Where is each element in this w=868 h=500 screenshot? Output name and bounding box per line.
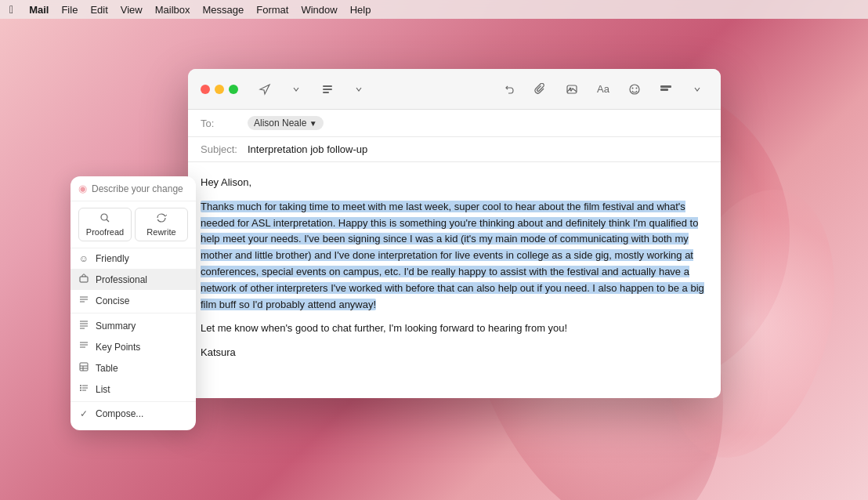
- table-label: Table: [96, 363, 118, 374]
- svg-rect-2: [323, 92, 329, 93]
- key-points-icon: [78, 341, 89, 353]
- professional-label: Professional: [96, 274, 147, 285]
- proofread-label: Proofread: [86, 227, 124, 237]
- summary-icon: [78, 320, 89, 332]
- table-icon: [78, 362, 89, 374]
- divider-2: [71, 401, 196, 402]
- ai-search-icon: ◉: [78, 183, 87, 194]
- ai-menu-key-points[interactable]: Key Points: [71, 336, 196, 357]
- professional-icon: [78, 274, 89, 285]
- greeting: Hey Alison,: [201, 175, 708, 191]
- to-label: To:: [201, 118, 248, 129]
- proofread-icon: [99, 212, 110, 226]
- svg-point-26: [80, 385, 81, 386]
- undo-icon[interactable]: [498, 78, 520, 100]
- compose-label: Compose...: [96, 408, 143, 419]
- ai-menu-summary[interactable]: Summary: [71, 315, 196, 336]
- svg-point-6: [632, 87, 634, 89]
- recipient-dropdown-icon[interactable]: ▼: [309, 119, 317, 128]
- mail-body[interactable]: Hey Alison, Thanks much for taking time …: [188, 162, 721, 398]
- key-points-label: Key Points: [96, 342, 140, 353]
- menubar-format[interactable]: Format: [256, 4, 288, 16]
- subject-field: Subject: Interpretation job follow-up: [188, 137, 721, 162]
- close-button[interactable]: [201, 85, 210, 94]
- layout-dropdown-icon[interactable]: [348, 78, 370, 100]
- ai-writing-popup: ◉ Proofread: [71, 176, 196, 430]
- ai-action-buttons: Proofread Rewrite: [71, 201, 196, 248]
- traffic-lights: [201, 85, 238, 94]
- font-icon[interactable]: Aa: [592, 78, 614, 100]
- selected-text: Thanks much for taking time to meet with…: [201, 201, 704, 310]
- rewrite-icon: [156, 212, 167, 226]
- subject-label: Subject:: [201, 143, 248, 155]
- body-paragraph-2: Let me know when's good to chat further,…: [201, 321, 708, 337]
- summary-label: Summary: [96, 321, 136, 332]
- signature: Katsura: [201, 345, 708, 361]
- compose-checkmark-icon: ✓: [78, 408, 89, 419]
- more-icon[interactable]: [655, 78, 677, 100]
- ai-menu-concise[interactable]: Concise: [71, 290, 196, 311]
- ai-menu-compose[interactable]: ✓ Compose...: [71, 404, 196, 424]
- menubar-mail[interactable]: Mail: [29, 4, 49, 16]
- rewrite-button[interactable]: Rewrite: [135, 208, 188, 241]
- recipient-name: Alison Neale: [254, 118, 306, 129]
- svg-point-10: [101, 214, 107, 220]
- compose-area: To: Alison Neale ▼ Subject: Interpretati…: [188, 110, 721, 162]
- mail-toolbar: Aa: [188, 69, 721, 110]
- concise-icon: [78, 295, 89, 306]
- svg-rect-11: [80, 277, 88, 282]
- menubar-help[interactable]: Help: [350, 4, 371, 16]
- menubar-window[interactable]: Window: [301, 4, 337, 16]
- to-field: To: Alison Neale ▼: [188, 110, 721, 137]
- friendly-label: Friendly: [96, 253, 129, 264]
- proofread-button[interactable]: Proofread: [78, 208, 132, 241]
- ai-describe-input[interactable]: [92, 183, 188, 194]
- menubar:  Mail File Edit View Mailbox Message Fo…: [0, 0, 868, 19]
- mail-window: Aa To:: [188, 69, 721, 398]
- rewrite-label: Rewrite: [146, 227, 175, 237]
- desktop:  Mail File Edit View Mailbox Message Fo…: [0, 0, 868, 500]
- concise-label: Concise: [96, 295, 129, 306]
- svg-rect-9: [660, 89, 668, 91]
- menubar-view[interactable]: View: [121, 4, 143, 16]
- more-dropdown-icon[interactable]: [686, 78, 708, 100]
- svg-rect-22: [80, 363, 88, 371]
- send-dropdown-icon[interactable]: [285, 78, 307, 100]
- body-paragraph-1: Thanks much for taking time to meet with…: [201, 199, 708, 313]
- layout-icon[interactable]: [316, 78, 338, 100]
- svg-point-30: [80, 389, 81, 391]
- minimize-button[interactable]: [215, 85, 224, 94]
- menubar-message[interactable]: Message: [203, 4, 244, 16]
- attachment-icon[interactable]: [530, 78, 552, 100]
- svg-rect-0: [323, 85, 332, 87]
- menubar-edit[interactable]: Edit: [90, 4, 107, 16]
- svg-point-28: [80, 387, 81, 389]
- ai-menu-list[interactable]: List: [71, 379, 196, 400]
- menubar-file[interactable]: File: [61, 4, 78, 16]
- svg-rect-1: [323, 89, 332, 90]
- friendly-icon: ☺: [78, 253, 89, 264]
- menubar-mailbox[interactable]: Mailbox: [155, 4, 190, 16]
- recipient-chip[interactable]: Alison Neale ▼: [248, 116, 324, 130]
- divider-1: [71, 313, 196, 313]
- fullscreen-button[interactable]: [229, 85, 238, 94]
- svg-rect-8: [660, 85, 671, 88]
- ai-menu-friendly[interactable]: ☺ Friendly: [71, 248, 196, 269]
- ai-menu-professional[interactable]: Professional: [71, 269, 196, 290]
- svg-point-7: [636, 87, 638, 89]
- photo-icon[interactable]: [561, 78, 583, 100]
- ai-menu-table[interactable]: Table: [71, 357, 196, 379]
- ai-search-bar: ◉: [71, 176, 196, 201]
- subject-value[interactable]: Interpretation job follow-up: [248, 143, 367, 155]
- send-icon[interactable]: [254, 78, 276, 100]
- emoji-icon[interactable]: [624, 78, 646, 100]
- apple-menu[interactable]: : [9, 3, 13, 16]
- list-icon: [78, 383, 89, 395]
- list-label: List: [96, 384, 110, 395]
